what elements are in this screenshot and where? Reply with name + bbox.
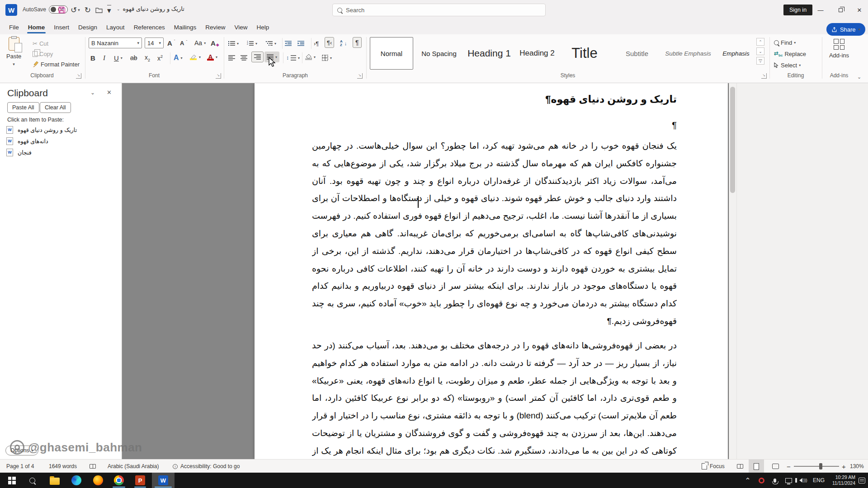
page-indicator[interactable]: Page 1 of 4 bbox=[6, 460, 34, 473]
collapse-ribbon-icon[interactable]: ⌄ bbox=[857, 74, 861, 80]
zoom-level[interactable]: 130% bbox=[850, 460, 864, 473]
pane-close-icon[interactable]: ✕ bbox=[107, 89, 112, 96]
styles-scroll-up-icon[interactable]: ⌃ bbox=[756, 38, 764, 46]
sort-button[interactable]: AZ↓ bbox=[340, 38, 347, 49]
style-no-spacing[interactable]: No Spacing bbox=[417, 37, 461, 70]
line-spacing-dropdown-icon[interactable]: ▾ bbox=[298, 56, 300, 60]
rtl-direction-button[interactable]: ¶‹ bbox=[325, 37, 334, 48]
tab-file[interactable]: File bbox=[5, 21, 24, 34]
notification-center-icon[interactable] bbox=[856, 473, 867, 488]
bullets-dropdown-icon[interactable]: ▾ bbox=[237, 42, 239, 46]
styles-scroll-down-icon[interactable]: ⌄ bbox=[756, 47, 764, 55]
doc-heading[interactable]: تاریک و روشن دنیای قهوه¶ bbox=[312, 90, 677, 108]
document-title[interactable]: ⌄ تاریک و روشن دنیای قهوه bbox=[117, 5, 184, 12]
edge-button[interactable] bbox=[66, 473, 86, 488]
tab-review[interactable]: Review bbox=[201, 21, 230, 34]
powerpoint-button[interactable]: P bbox=[130, 473, 150, 488]
tab-view[interactable]: View bbox=[230, 21, 252, 34]
shading-dropdown-icon[interactable]: ▾ bbox=[314, 55, 316, 59]
bullets-button[interactable]: ▾ bbox=[228, 38, 239, 49]
tab-design[interactable]: Design bbox=[74, 21, 102, 34]
find-dropdown-icon[interactable]: ▾ bbox=[794, 41, 796, 45]
align-right-button[interactable] bbox=[251, 52, 264, 62]
zoom-slider[interactable] bbox=[794, 460, 839, 473]
doc-paragraph-2[interactable]: در بعضی از قهوه‌فروشی‌ها دانه‌های قهوه ر… bbox=[312, 337, 677, 459]
pane-dropdown-icon[interactable]: ⌄ bbox=[90, 89, 95, 96]
underline-button[interactable]: U▾ bbox=[114, 52, 123, 63]
cut-button[interactable]: ✂Cut bbox=[33, 38, 48, 49]
style-heading-2[interactable]: Heading 2 bbox=[515, 37, 559, 70]
read-mode-button[interactable] bbox=[732, 460, 748, 473]
align-left-button[interactable] bbox=[228, 52, 235, 63]
change-case-button[interactable]: Aa▾ bbox=[194, 38, 206, 48]
language-indicator[interactable]: Arabic (Saudi Arabia) bbox=[108, 460, 159, 473]
tab-references[interactable]: References bbox=[129, 21, 170, 34]
vertical-scrollbar[interactable] bbox=[730, 87, 735, 193]
microphone-icon[interactable] bbox=[769, 473, 780, 488]
close-button[interactable]: ✕ bbox=[850, 0, 868, 20]
paragraph-dialog-launcher[interactable]: ↘ bbox=[357, 73, 363, 79]
web-layout-button[interactable] bbox=[768, 460, 783, 473]
taskbar-clock[interactable]: 10:29 AM 11/11/2024 bbox=[827, 473, 855, 488]
save-icon[interactable] bbox=[58, 6, 66, 14]
text-effects-button[interactable]: A▾ bbox=[174, 52, 183, 63]
highlight-dropdown-icon[interactable]: ▾ bbox=[199, 55, 201, 59]
replace-button[interactable]: ⇄bcReplace bbox=[774, 48, 806, 59]
superscript-button[interactable]: x2 bbox=[157, 52, 163, 63]
font-size-select[interactable]: 14▾ bbox=[145, 38, 164, 48]
taskbar-search-button[interactable] bbox=[22, 473, 42, 488]
word-taskbar-button[interactable]: W bbox=[152, 473, 175, 488]
document-canvas[interactable]: تاریک و روشن دنیای قهوه¶ ¶ یک فنجان قهوه… bbox=[122, 83, 729, 459]
font-color-dropdown-icon[interactable]: ▾ bbox=[216, 55, 217, 59]
show-formatting-marks-button[interactable]: ¶ bbox=[353, 37, 362, 48]
tab-layout[interactable]: Layout bbox=[102, 21, 129, 34]
line-spacing-button[interactable]: ↕▾ bbox=[286, 52, 300, 63]
strikethrough-button[interactable]: ab bbox=[130, 52, 137, 63]
format-painter-button[interactable]: Format Painter bbox=[33, 59, 80, 70]
font-family-select[interactable]: B Nazanin▾ bbox=[89, 38, 142, 48]
bold-button[interactable]: B bbox=[90, 52, 95, 63]
clipboard-item[interactable]: Wفنجان bbox=[6, 147, 32, 157]
borders-button[interactable]: ▾ bbox=[322, 52, 332, 63]
style-subtitle[interactable]: Subtitle bbox=[618, 37, 656, 70]
find-button[interactable]: Find▾ bbox=[774, 37, 796, 48]
text-effects-dropdown-icon[interactable]: ▾ bbox=[181, 56, 183, 60]
paste-button[interactable]: Paste ▾ bbox=[6, 37, 21, 66]
print-layout-button[interactable] bbox=[749, 460, 764, 473]
subscript-button[interactable]: x2 bbox=[145, 52, 150, 63]
style-title[interactable]: Title bbox=[564, 37, 605, 70]
justify-button[interactable]: ▾ bbox=[264, 52, 279, 62]
font-color-button[interactable]: A ▾ bbox=[207, 52, 217, 62]
style-heading-1[interactable]: Heading 1 bbox=[465, 37, 514, 70]
zoom-out-button[interactable]: − bbox=[787, 460, 791, 473]
italic-button[interactable]: I bbox=[103, 52, 105, 63]
doc-paragraph-1[interactable]: یک فنجان قهوه خوب را در خانه هم می‌شود ت… bbox=[312, 137, 677, 330]
clear-formatting-button[interactable]: A◆ bbox=[211, 38, 219, 48]
multilevel-list-button[interactable]: ▾ bbox=[266, 38, 276, 49]
zoom-slider-thumb[interactable] bbox=[819, 463, 822, 469]
file-explorer-button[interactable] bbox=[45, 473, 65, 488]
network-icon[interactable] bbox=[783, 473, 794, 488]
highlight-button[interactable]: ▾ bbox=[190, 52, 201, 62]
ltr-direction-button[interactable]: ›¶ bbox=[314, 38, 319, 49]
minimize-button[interactable]: — bbox=[811, 0, 830, 20]
clear-all-button[interactable]: Clear All bbox=[40, 102, 71, 113]
style-emphasis[interactable]: Emphasis bbox=[718, 37, 754, 70]
customize-quick-access-icon[interactable]: ▾ bbox=[107, 5, 111, 15]
tab-home[interactable]: Home bbox=[24, 21, 50, 34]
word-count[interactable]: 1649 words bbox=[49, 460, 77, 473]
numbering-button[interactable]: 12▾ bbox=[247, 38, 257, 49]
share-button[interactable]: Share ▾ bbox=[826, 23, 865, 36]
language-switcher[interactable]: ENG bbox=[811, 473, 826, 488]
clipboard-item[interactable]: Wتاریک و روشن دنیای قهوه bbox=[6, 125, 77, 135]
style-subtle-emphasis[interactable]: Subtle Emphasis bbox=[663, 37, 713, 70]
proofing-icon[interactable] bbox=[90, 460, 96, 473]
copy-button[interactable]: Copy bbox=[33, 48, 53, 59]
tab-help[interactable]: Help bbox=[252, 21, 274, 34]
underline-dropdown-icon[interactable]: ▾ bbox=[121, 56, 123, 60]
doc-empty-line[interactable]: ¶ bbox=[312, 117, 677, 134]
sign-in-button[interactable]: Sign in bbox=[783, 5, 812, 15]
add-ins-button[interactable]: Add-ins bbox=[826, 39, 853, 59]
recording-icon[interactable] bbox=[756, 473, 767, 488]
increase-indent-button[interactable] bbox=[297, 38, 304, 49]
